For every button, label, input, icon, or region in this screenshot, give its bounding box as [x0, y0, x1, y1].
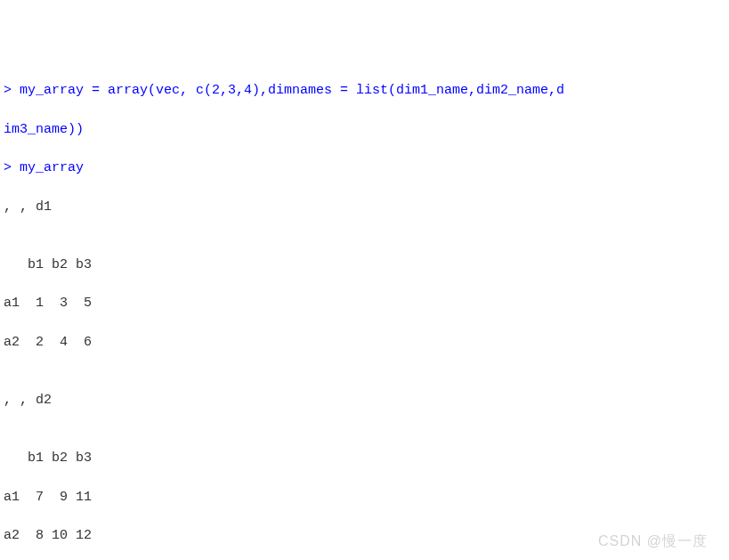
- output-slice2-row1: a1 7 9 11: [4, 488, 725, 507]
- output-slice1-row2: a2 2 4 6: [4, 333, 725, 353]
- output-slice1-header: , , d1: [4, 198, 725, 217]
- console-input-line-1a: > my_array = array(vec, c(2,3,4),dimname…: [4, 81, 725, 101]
- output-slice2-colheader: b1 b2 b3: [4, 449, 725, 468]
- output-slice1-colheader: b1 b2 b3: [4, 256, 725, 275]
- console-input-line-2: > my_array: [4, 158, 725, 178]
- output-slice1-row1: a1 1 3 5: [4, 294, 725, 313]
- output-slice2-row2: a2 8 10 12: [4, 526, 725, 546]
- console-input-line-1b: im3_name)): [4, 120, 725, 140]
- output-slice2-header: , , d2: [4, 391, 725, 410]
